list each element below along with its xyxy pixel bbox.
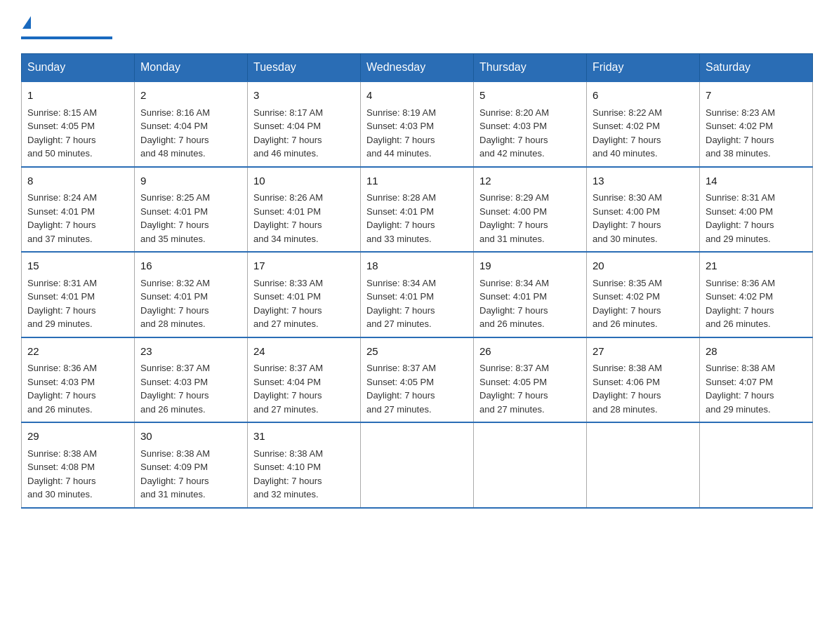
day-daylight-cont: and 27 minutes. xyxy=(253,404,319,415)
day-daylight-cont: and 37 minutes. xyxy=(27,234,93,244)
day-daylight: Daylight: 7 hours xyxy=(593,305,661,316)
day-number: 17 xyxy=(253,258,355,274)
day-daylight-cont: and 29 minutes. xyxy=(27,318,93,329)
day-daylight: Daylight: 7 hours xyxy=(706,135,774,145)
day-number: 31 xyxy=(253,429,355,445)
day-sunrise: Sunrise: 8:30 AM xyxy=(593,192,662,203)
calendar-day-cell: 25Sunrise: 8:37 AMSunset: 4:05 PMDayligh… xyxy=(361,337,474,423)
day-number: 14 xyxy=(706,173,807,189)
day-sunrise: Sunrise: 8:35 AM xyxy=(593,278,662,288)
day-sunset: Sunset: 4:01 PM xyxy=(479,291,547,302)
day-daylight-cont: and 27 minutes. xyxy=(479,404,545,415)
calendar-day-cell: 21Sunrise: 8:36 AMSunset: 4:02 PMDayligh… xyxy=(700,252,813,337)
calendar-day-cell: 28Sunrise: 8:38 AMSunset: 4:07 PMDayligh… xyxy=(700,337,813,423)
day-daylight-cont: and 38 minutes. xyxy=(706,148,771,159)
day-daylight-cont: and 40 minutes. xyxy=(593,148,658,159)
day-daylight-cont: and 32 minutes. xyxy=(253,489,319,499)
calendar-day-cell: 18Sunrise: 8:34 AMSunset: 4:01 PMDayligh… xyxy=(361,252,474,337)
day-number: 22 xyxy=(27,344,128,360)
day-number: 30 xyxy=(140,429,241,445)
calendar-day-cell: 2Sunrise: 8:16 AMSunset: 4:04 PMDaylight… xyxy=(135,81,248,167)
day-daylight: Daylight: 7 hours xyxy=(27,390,96,401)
day-sunrise: Sunrise: 8:34 AM xyxy=(366,278,436,288)
day-number: 5 xyxy=(479,88,581,104)
day-daylight-cont: and 26 minutes. xyxy=(140,404,206,415)
day-daylight: Daylight: 7 hours xyxy=(140,135,209,145)
day-daylight-cont: and 31 minutes. xyxy=(479,234,545,244)
day-daylight: Daylight: 7 hours xyxy=(593,390,661,401)
calendar-day-cell: 5Sunrise: 8:20 AMSunset: 4:03 PMDaylight… xyxy=(474,81,587,167)
day-daylight: Daylight: 7 hours xyxy=(27,476,96,486)
weekday-header-row: SundayMondayTuesdayWednesdayThursdayFrid… xyxy=(22,54,813,82)
day-daylight-cont: and 26 minutes. xyxy=(479,318,545,329)
day-daylight-cont: and 33 minutes. xyxy=(366,234,432,244)
day-number: 25 xyxy=(366,344,468,360)
day-sunset: Sunset: 4:03 PM xyxy=(27,377,95,387)
day-daylight-cont: and 30 minutes. xyxy=(27,489,93,499)
day-daylight-cont: and 50 minutes. xyxy=(27,148,93,159)
day-number: 13 xyxy=(593,173,694,189)
day-sunset: Sunset: 4:01 PM xyxy=(140,291,208,302)
day-number: 7 xyxy=(706,88,807,104)
day-daylight: Daylight: 7 hours xyxy=(366,135,435,145)
weekday-header-friday: Friday xyxy=(587,54,700,82)
day-daylight: Daylight: 7 hours xyxy=(366,220,435,230)
calendar-day-cell: 6Sunrise: 8:22 AMSunset: 4:02 PMDaylight… xyxy=(587,81,700,167)
day-sunset: Sunset: 4:04 PM xyxy=(253,377,321,387)
day-sunset: Sunset: 4:05 PM xyxy=(366,377,434,387)
calendar-day-cell: 14Sunrise: 8:31 AMSunset: 4:00 PMDayligh… xyxy=(700,167,813,253)
calendar-day-cell: 1Sunrise: 8:15 AMSunset: 4:05 PMDaylight… xyxy=(22,81,135,167)
calendar-day-cell: 24Sunrise: 8:37 AMSunset: 4:04 PMDayligh… xyxy=(248,337,361,423)
calendar-day-cell: 8Sunrise: 8:24 AMSunset: 4:01 PMDaylight… xyxy=(22,167,135,253)
day-sunset: Sunset: 4:01 PM xyxy=(27,206,95,217)
day-sunrise: Sunrise: 8:37 AM xyxy=(366,363,436,373)
day-number: 16 xyxy=(140,258,241,274)
day-sunset: Sunset: 4:01 PM xyxy=(253,291,321,302)
day-sunset: Sunset: 4:03 PM xyxy=(140,377,208,387)
day-daylight: Daylight: 7 hours xyxy=(706,305,774,316)
day-sunrise: Sunrise: 8:37 AM xyxy=(479,363,549,373)
calendar-day-cell: 3Sunrise: 8:17 AMSunset: 4:04 PMDaylight… xyxy=(248,81,361,167)
day-number: 20 xyxy=(593,258,694,274)
day-sunrise: Sunrise: 8:36 AM xyxy=(27,363,97,373)
day-daylight-cont: and 34 minutes. xyxy=(253,234,319,244)
day-daylight: Daylight: 7 hours xyxy=(27,135,96,145)
page-header xyxy=(21,14,813,39)
day-sunrise: Sunrise: 8:37 AM xyxy=(253,363,323,373)
calendar-day-cell: 13Sunrise: 8:30 AMSunset: 4:00 PMDayligh… xyxy=(587,167,700,253)
calendar-week-row: 8Sunrise: 8:24 AMSunset: 4:01 PMDaylight… xyxy=(22,167,813,253)
calendar-day-cell: 9Sunrise: 8:25 AMSunset: 4:01 PMDaylight… xyxy=(135,167,248,253)
day-sunset: Sunset: 4:03 PM xyxy=(479,121,547,131)
day-daylight-cont: and 42 minutes. xyxy=(479,148,545,159)
day-daylight-cont: and 26 minutes. xyxy=(27,404,93,415)
day-sunrise: Sunrise: 8:38 AM xyxy=(253,448,323,459)
day-sunset: Sunset: 4:00 PM xyxy=(479,206,547,217)
day-sunrise: Sunrise: 8:28 AM xyxy=(366,192,436,203)
day-daylight: Daylight: 7 hours xyxy=(253,476,322,486)
day-sunrise: Sunrise: 8:26 AM xyxy=(253,192,323,203)
calendar-table: SundayMondayTuesdayWednesdayThursdayFrid… xyxy=(21,53,813,509)
day-sunrise: Sunrise: 8:25 AM xyxy=(140,192,210,203)
calendar-day-cell: 19Sunrise: 8:34 AMSunset: 4:01 PMDayligh… xyxy=(474,252,587,337)
calendar-week-row: 1Sunrise: 8:15 AMSunset: 4:05 PMDaylight… xyxy=(22,81,813,167)
day-daylight: Daylight: 7 hours xyxy=(479,305,548,316)
calendar-day-cell: 7Sunrise: 8:23 AMSunset: 4:02 PMDaylight… xyxy=(700,81,813,167)
logo xyxy=(21,14,112,39)
day-number: 19 xyxy=(479,258,581,274)
calendar-day-cell: 11Sunrise: 8:28 AMSunset: 4:01 PMDayligh… xyxy=(361,167,474,253)
calendar-day-cell: 22Sunrise: 8:36 AMSunset: 4:03 PMDayligh… xyxy=(22,337,135,423)
day-sunrise: Sunrise: 8:38 AM xyxy=(140,448,210,459)
logo-underline xyxy=(21,36,112,39)
day-daylight-cont: and 27 minutes. xyxy=(366,318,432,329)
calendar-day-cell: 15Sunrise: 8:31 AMSunset: 4:01 PMDayligh… xyxy=(22,252,135,337)
day-daylight: Daylight: 7 hours xyxy=(253,305,322,316)
day-sunrise: Sunrise: 8:34 AM xyxy=(479,278,549,288)
day-sunrise: Sunrise: 8:31 AM xyxy=(706,192,775,203)
day-daylight-cont: and 27 minutes. xyxy=(366,404,432,415)
calendar-day-cell: 12Sunrise: 8:29 AMSunset: 4:00 PMDayligh… xyxy=(474,167,587,253)
day-number: 11 xyxy=(366,173,468,189)
day-daylight-cont: and 31 minutes. xyxy=(140,489,206,499)
day-daylight-cont: and 48 minutes. xyxy=(140,148,206,159)
day-sunset: Sunset: 4:05 PM xyxy=(479,377,547,387)
day-daylight-cont: and 26 minutes. xyxy=(706,318,771,329)
